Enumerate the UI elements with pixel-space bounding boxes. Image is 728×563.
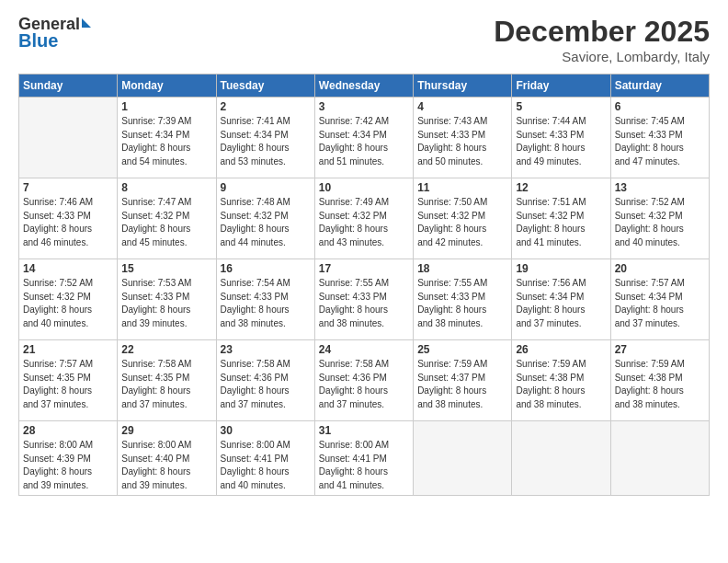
table-row: 10Sunrise: 7:49 AM Sunset: 4:32 PM Dayli… [314, 178, 413, 259]
day-info: Sunrise: 8:00 AM Sunset: 4:41 PM Dayligh… [319, 439, 409, 492]
table-row: 27Sunrise: 7:59 AM Sunset: 4:38 PM Dayli… [610, 340, 709, 421]
table-row: 16Sunrise: 7:54 AM Sunset: 4:33 PM Dayli… [216, 259, 314, 340]
table-row: 17Sunrise: 7:55 AM Sunset: 4:33 PM Dayli… [314, 259, 413, 340]
table-row: 26Sunrise: 7:59 AM Sunset: 4:38 PM Dayli… [512, 340, 610, 421]
table-row: 12Sunrise: 7:51 AM Sunset: 4:32 PM Dayli… [512, 178, 610, 259]
day-info: Sunrise: 7:58 AM Sunset: 4:36 PM Dayligh… [319, 358, 409, 411]
table-row: 2Sunrise: 7:41 AM Sunset: 4:34 PM Daylig… [216, 98, 314, 178]
table-row: 14Sunrise: 7:52 AM Sunset: 4:32 PM Dayli… [19, 259, 118, 340]
day-info: Sunrise: 7:57 AM Sunset: 4:34 PM Dayligh… [615, 277, 705, 330]
day-number: 26 [516, 343, 606, 356]
day-info: Sunrise: 7:56 AM Sunset: 4:34 PM Dayligh… [516, 277, 606, 330]
table-row: 20Sunrise: 7:57 AM Sunset: 4:34 PM Dayli… [610, 259, 709, 340]
header: General Blue December 2025 Saviore, Lomb… [18, 15, 710, 64]
day-info: Sunrise: 7:54 AM Sunset: 4:33 PM Dayligh… [221, 277, 311, 330]
table-row: 13Sunrise: 7:52 AM Sunset: 4:32 PM Dayli… [610, 178, 709, 259]
calendar-week-row: 1Sunrise: 7:39 AM Sunset: 4:34 PM Daylig… [19, 98, 710, 178]
page: General Blue December 2025 Saviore, Lomb… [0, 0, 728, 563]
calendar-week-row: 28Sunrise: 8:00 AM Sunset: 4:39 PM Dayli… [19, 421, 710, 496]
day-info: Sunrise: 7:46 AM Sunset: 4:33 PM Dayligh… [23, 196, 113, 249]
day-number: 16 [221, 262, 311, 275]
table-row: 7Sunrise: 7:46 AM Sunset: 4:33 PM Daylig… [19, 178, 118, 259]
day-info: Sunrise: 8:00 AM Sunset: 4:40 PM Dayligh… [121, 439, 211, 492]
calendar-week-row: 21Sunrise: 7:57 AM Sunset: 4:35 PM Dayli… [19, 340, 710, 421]
table-row: 6Sunrise: 7:45 AM Sunset: 4:33 PM Daylig… [610, 98, 709, 178]
col-monday: Monday [118, 75, 216, 98]
day-info: Sunrise: 7:57 AM Sunset: 4:35 PM Dayligh… [23, 358, 113, 411]
table-row: 9Sunrise: 7:48 AM Sunset: 4:32 PM Daylig… [216, 178, 314, 259]
month-title: December 2025 [494, 15, 710, 49]
day-number: 31 [319, 424, 409, 437]
day-number: 17 [319, 262, 409, 275]
day-info: Sunrise: 8:00 AM Sunset: 4:41 PM Dayligh… [221, 439, 311, 492]
day-number: 1 [121, 100, 211, 113]
day-info: Sunrise: 7:53 AM Sunset: 4:33 PM Dayligh… [121, 277, 211, 330]
table-row: 18Sunrise: 7:55 AM Sunset: 4:33 PM Dayli… [414, 259, 512, 340]
day-info: Sunrise: 7:51 AM Sunset: 4:32 PM Dayligh… [516, 196, 606, 249]
day-info: Sunrise: 7:44 AM Sunset: 4:33 PM Dayligh… [516, 115, 606, 168]
table-row: 19Sunrise: 7:56 AM Sunset: 4:34 PM Dayli… [512, 259, 610, 340]
logo-blue-text: Blue [18, 30, 58, 52]
day-number: 7 [23, 181, 113, 194]
calendar-week-row: 14Sunrise: 7:52 AM Sunset: 4:32 PM Dayli… [19, 259, 710, 340]
day-number: 28 [23, 424, 113, 437]
col-tuesday: Tuesday [216, 75, 314, 98]
day-info: Sunrise: 7:59 AM Sunset: 4:37 PM Dayligh… [417, 358, 507, 411]
day-number: 2 [221, 100, 311, 113]
table-row: 31Sunrise: 8:00 AM Sunset: 4:41 PM Dayli… [314, 421, 413, 496]
col-saturday: Saturday [610, 75, 709, 98]
day-info: Sunrise: 7:41 AM Sunset: 4:34 PM Dayligh… [221, 115, 311, 168]
day-number: 20 [615, 262, 705, 275]
day-number: 19 [516, 262, 606, 275]
day-info: Sunrise: 7:43 AM Sunset: 4:33 PM Dayligh… [417, 115, 507, 168]
day-number: 22 [121, 343, 211, 356]
table-row: 29Sunrise: 8:00 AM Sunset: 4:40 PM Dayli… [118, 421, 216, 496]
day-info: Sunrise: 7:39 AM Sunset: 4:34 PM Dayligh… [121, 115, 211, 168]
table-row: 28Sunrise: 8:00 AM Sunset: 4:39 PM Dayli… [19, 421, 118, 496]
day-number: 30 [221, 424, 311, 437]
table-row [512, 421, 610, 496]
logo: General Blue [18, 15, 91, 52]
day-info: Sunrise: 7:55 AM Sunset: 4:33 PM Dayligh… [417, 277, 507, 330]
day-info: Sunrise: 7:42 AM Sunset: 4:34 PM Dayligh… [319, 115, 409, 168]
day-number: 9 [221, 181, 311, 194]
day-info: Sunrise: 7:52 AM Sunset: 4:32 PM Dayligh… [615, 196, 705, 249]
day-info: Sunrise: 7:58 AM Sunset: 4:36 PM Dayligh… [221, 358, 311, 411]
day-number: 13 [615, 181, 705, 194]
day-number: 29 [121, 424, 211, 437]
table-row: 11Sunrise: 7:50 AM Sunset: 4:32 PM Dayli… [414, 178, 512, 259]
table-row: 8Sunrise: 7:47 AM Sunset: 4:32 PM Daylig… [118, 178, 216, 259]
day-info: Sunrise: 7:50 AM Sunset: 4:32 PM Dayligh… [417, 196, 507, 249]
day-number: 18 [417, 262, 507, 275]
day-number: 14 [23, 262, 113, 275]
col-thursday: Thursday [414, 75, 512, 98]
day-number: 11 [417, 181, 507, 194]
table-row [19, 98, 118, 178]
day-number: 8 [121, 181, 211, 194]
calendar-header-row: Sunday Monday Tuesday Wednesday Thursday… [19, 75, 710, 98]
day-number: 21 [23, 343, 113, 356]
day-number: 24 [319, 343, 409, 356]
table-row: 22Sunrise: 7:58 AM Sunset: 4:35 PM Dayli… [118, 340, 216, 421]
day-info: Sunrise: 7:59 AM Sunset: 4:38 PM Dayligh… [516, 358, 606, 411]
table-row [610, 421, 709, 496]
table-row: 25Sunrise: 7:59 AM Sunset: 4:37 PM Dayli… [414, 340, 512, 421]
day-number: 23 [221, 343, 311, 356]
col-wednesday: Wednesday [314, 75, 413, 98]
day-info: Sunrise: 7:55 AM Sunset: 4:33 PM Dayligh… [319, 277, 409, 330]
calendar-week-row: 7Sunrise: 7:46 AM Sunset: 4:33 PM Daylig… [19, 178, 710, 259]
day-info: Sunrise: 8:00 AM Sunset: 4:39 PM Dayligh… [23, 439, 113, 492]
day-number: 12 [516, 181, 606, 194]
day-info: Sunrise: 7:59 AM Sunset: 4:38 PM Dayligh… [615, 358, 705, 411]
location-subtitle: Saviore, Lombardy, Italy [494, 49, 710, 64]
day-info: Sunrise: 7:45 AM Sunset: 4:33 PM Dayligh… [615, 115, 705, 168]
table-row: 30Sunrise: 8:00 AM Sunset: 4:41 PM Dayli… [216, 421, 314, 496]
day-info: Sunrise: 7:49 AM Sunset: 4:32 PM Dayligh… [319, 196, 409, 249]
day-number: 4 [417, 100, 507, 113]
table-row: 15Sunrise: 7:53 AM Sunset: 4:33 PM Dayli… [118, 259, 216, 340]
col-friday: Friday [512, 75, 610, 98]
col-sunday: Sunday [19, 75, 118, 98]
day-number: 5 [516, 100, 606, 113]
title-section: December 2025 Saviore, Lombardy, Italy [494, 15, 710, 64]
day-number: 10 [319, 181, 409, 194]
